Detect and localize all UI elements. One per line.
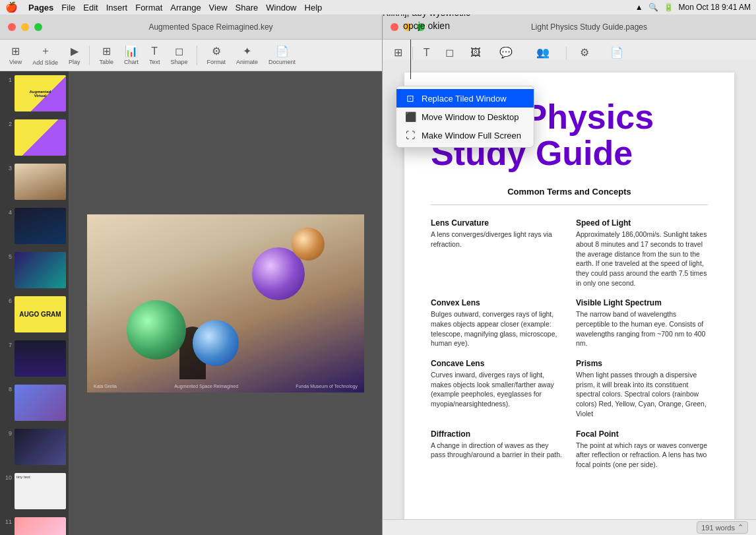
toolbar-text[interactable]: T Text — [145, 43, 164, 68]
slide-number: 3 — [3, 164, 12, 172]
list-item[interactable]: 5 — [0, 248, 69, 292]
keynote-toolbar: ⊞ View ＋ Add Slide ▶ Play ⊞ Table 📊 Char… — [0, 40, 382, 71]
term-desc: A change in direction of waves as they p… — [431, 441, 563, 460]
play-icon: ▶ — [71, 45, 79, 57]
document-icon: 📄 — [276, 45, 289, 57]
annotation-line2: opcje okien — [403, 20, 450, 31]
list-item[interactable]: 8 — [0, 381, 69, 425]
toolbar-play[interactable]: ▶ Play — [65, 42, 84, 68]
slide-number: 9 — [3, 429, 12, 437]
slide-number: 7 — [3, 340, 12, 348]
menubar-items: Pages File Edit Insert Format Arrange Vi… — [28, 3, 322, 13]
pages-title: Light Physics Study Guide.pages — [430, 22, 748, 32]
list-item[interactable]: 6 AUGO GRAM — [0, 292, 69, 336]
toolbar-chart[interactable]: 📊 Chart — [120, 42, 142, 68]
toolbar-table[interactable]: ⊞ Table — [95, 42, 117, 68]
menu-item-move-to-desktop[interactable]: ⬛ Move Window to Desktop — [396, 108, 534, 126]
toolbar-view-label: View — [9, 59, 22, 65]
list-item[interactable]: 3 — [0, 160, 69, 204]
term-entry-lens-curvature: Lens Curvature A lens converges/diverges… — [431, 218, 563, 288]
menu-arrange[interactable]: Arrange — [170, 3, 201, 13]
slide-number: 8 — [3, 385, 12, 393]
list-item[interactable]: 11 — [0, 513, 69, 535]
toolbar-animate[interactable]: ✦ Animate — [232, 42, 262, 68]
footer-title: Augmented Space Reimagined — [174, 384, 238, 389]
view-icon: ⊞ — [394, 46, 402, 59]
term-title: Diffraction — [431, 429, 563, 439]
term-entry-prisms: Prisms When light passes through a dispe… — [576, 359, 708, 418]
current-slide-canvas: Kata Grella Augmented Space Reimagined F… — [87, 214, 364, 393]
toolbar-add-slide-label: Add Slide — [32, 59, 58, 66]
apple-menu[interactable]: 🍎 — [5, 1, 18, 13]
shape-icon: ◻ — [445, 46, 454, 59]
menubar-right: ▲ 🔍 🔋 Mon Oct 18 9:41 AM — [635, 3, 751, 12]
slide-thumbnail — [15, 208, 66, 244]
word-count-button[interactable]: 191 words ⌃ — [697, 521, 748, 534]
toolbar-format-label: Format — [206, 59, 226, 65]
menu-help[interactable]: Help — [305, 3, 323, 13]
footer-author: Kata Grella — [94, 384, 117, 389]
search-icon[interactable]: 🔍 — [648, 3, 658, 12]
term-desc: Curves inward, diverges rays of light, m… — [431, 370, 563, 409]
menu-edit[interactable]: Edit — [83, 3, 98, 13]
list-item[interactable]: 10 tiny text — [0, 469, 69, 513]
menu-item-fullscreen[interactable]: ⛶ Make Window Full Screen — [396, 126, 534, 144]
slide-thumbnail: AugmentedVirtual — [15, 75, 66, 111]
document-subtitle: Common Terms and Concepts — [431, 187, 708, 197]
menu-pages[interactable]: Pages — [28, 3, 53, 13]
menu-format[interactable]: Format — [135, 3, 162, 13]
close-button[interactable] — [8, 23, 16, 31]
term-entry-diffraction: Diffraction A change in direction of wav… — [431, 429, 563, 470]
fullscreen-button[interactable] — [34, 23, 42, 31]
menu-item-replace-tiled[interactable]: ⊡ Replace Tiled Window — [396, 89, 534, 108]
menu-insert[interactable]: Insert — [106, 3, 128, 13]
table-icon: ⊞ — [102, 45, 111, 57]
toolbar-document[interactable]: 📄 Document — [265, 42, 299, 68]
term-title: Visible Light Spectrum — [576, 298, 708, 307]
battery-icon: 🔋 — [664, 3, 674, 12]
list-item[interactable]: 2 — [0, 115, 69, 160]
format-icon: ⚙ — [580, 46, 589, 59]
sphere-orange — [292, 228, 325, 261]
term-desc: A lens converges/diverges light rays via… — [431, 230, 563, 249]
term-title: Concave Lens — [431, 359, 563, 368]
toolbar-add-slide[interactable]: ＋ Add Slide — [28, 42, 62, 69]
menu-window[interactable]: Window — [266, 3, 296, 13]
toolbar-document-label: Document — [268, 59, 296, 65]
toolbar-play-label: Play — [69, 59, 80, 65]
slide-thumbnail — [15, 340, 66, 377]
toolbar-shape[interactable]: ◻ Shape — [166, 42, 191, 68]
slide-panel[interactable]: 1 AugmentedVirtual 2 3 4 5 6 A — [0, 71, 69, 535]
toolbar-table-label: Table — [99, 59, 113, 65]
menu-item-label: Make Window Full Screen — [422, 131, 521, 141]
keynote-canvas-area[interactable]: Kata Grella Augmented Space Reimagined F… — [69, 71, 382, 535]
slide-number: 6 — [3, 296, 12, 304]
term-entry-speed-of-light: Speed of Light Approximately 186,000mi/s… — [576, 218, 708, 288]
list-item[interactable]: 7 — [0, 336, 69, 381]
slide-number: 1 — [3, 75, 12, 83]
minimize-button[interactable] — [21, 23, 29, 31]
toolbar-format[interactable]: ⚙ Format — [203, 42, 230, 68]
menu-view[interactable]: View — [209, 3, 228, 13]
slide-thumbnail — [15, 164, 66, 200]
fullscreen-icon: ⛶ — [404, 130, 416, 141]
pages-statusbar: 191 words ⌃ — [383, 519, 756, 535]
menu-item-label: Move Window to Desktop — [422, 112, 519, 122]
slide-number: 5 — [3, 252, 12, 260]
list-item[interactable]: 4 — [0, 204, 69, 248]
keynote-titlebar: Augmented Space Reimagined.key — [0, 15, 382, 40]
list-item[interactable]: 9 — [0, 425, 69, 469]
list-item[interactable]: 1 AugmentedVirtual — [0, 71, 69, 115]
add-slide-icon: ＋ — [40, 44, 51, 58]
slide-number: 4 — [3, 208, 12, 216]
menu-file[interactable]: File — [61, 3, 75, 13]
document-icon: 📄 — [610, 46, 623, 59]
word-count-text: 191 words — [701, 524, 735, 532]
toolbar-view[interactable]: ⊞ View — [5, 42, 26, 68]
menu-share[interactable]: Share — [236, 3, 259, 13]
term-title: Speed of Light — [576, 218, 708, 228]
slide-thumbnail — [15, 252, 66, 288]
comment-icon: 💬 — [499, 46, 513, 59]
terms-grid: Lens Curvature A lens converges/diverges… — [431, 218, 708, 469]
slide-number: 10 — [3, 473, 12, 481]
